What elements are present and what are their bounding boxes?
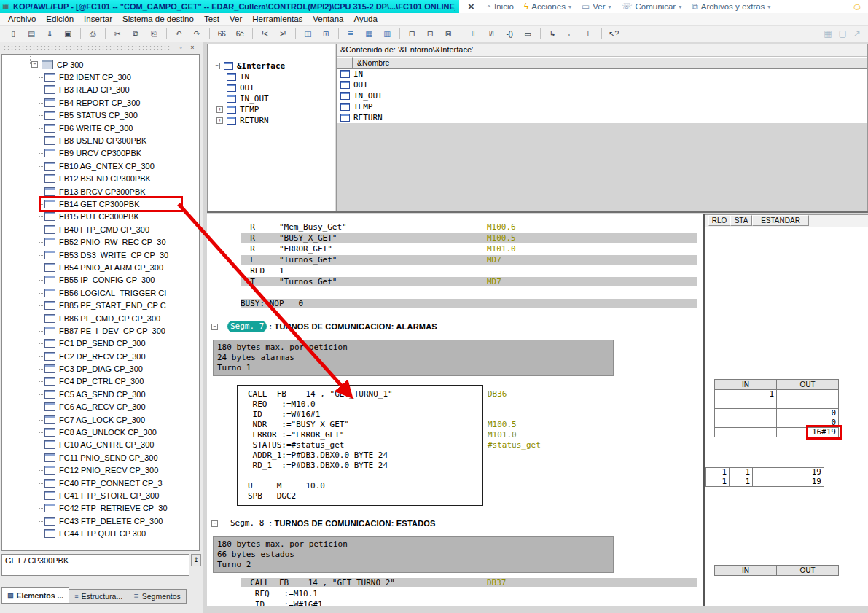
menu-test[interactable]: Test [199, 13, 224, 25]
dock-icon[interactable]: ▫ [176, 43, 185, 52]
tree-item-fc7[interactable]: FC7 AG_LOCK CP_300 [2, 413, 199, 426]
code-line[interactable]: RD_1 :=P#DB3.DBX0.0 BYTE 24 [248, 461, 482, 471]
undo-icon[interactable]: ↶ [170, 27, 187, 40]
empty-box-icon[interactable]: ▭ [519, 27, 536, 40]
tree-item-fb52[interactable]: FB52 PNIO_RW_REC CP_30 [2, 235, 199, 248]
remote-close-icon[interactable]: × [468, 0, 474, 13]
segment-header[interactable]: −Segm. 8 : TURNOS DE COMUNICACION: ESTAD… [211, 518, 703, 529]
content-row-in[interactable]: IN [337, 69, 867, 79]
tree-item-cp-300[interactable]: −CP 300 [2, 58, 199, 71]
window-layout-2-icon[interactable]: ⊞ [317, 27, 335, 40]
tree-item-fb4[interactable]: FB4 REPORT CP_300 [2, 96, 199, 109]
session-start[interactable]: ◔Inicio [486, 1, 514, 12]
symbol-information-icon[interactable]: 6é [231, 27, 249, 40]
tree-item-fc43[interactable]: FC43 FTP_DELETE CP_300 [2, 515, 199, 527]
copy-icon[interactable]: ⧉ [127, 27, 144, 40]
menu-herramientas[interactable]: Herramientas [247, 13, 308, 25]
close-panel-icon[interactable]: × [188, 43, 197, 52]
network-overview-icon[interactable]: ≣ [342, 27, 359, 40]
content-row-temp[interactable]: TEMP [337, 101, 867, 112]
name-column-header[interactable]: &Nombre [353, 57, 867, 69]
tab-elementos[interactable]: ▤Elementos ... [1, 587, 69, 604]
stl-code-editor[interactable]: R "Mem_Busy_Get"M100.6 R "BUSY_X_GET"M10… [207, 214, 705, 606]
call-block[interactable]: CALL FB 14 , "GET_TURNO_1"DB36 REQ :=M10… [237, 385, 483, 506]
tree-item-fb2[interactable]: FB2 IDENT CP_300 [2, 71, 199, 83]
interface-tree[interactable]: −&InterfaceINOUTIN_OUT+TEMP+RETURN [207, 44, 335, 211]
tree-item-fb5[interactable]: FB5 STATUS CP_300 [2, 109, 199, 122]
download-to-plc-icon[interactable]: ⇓ [41, 27, 58, 40]
code-line[interactable]: L "Turnos_Get"MD7 [207, 254, 703, 265]
tree-item-fb86[interactable]: FB86 PE_CMD_CP CP_300 [2, 312, 199, 324]
tree-item-fc8[interactable]: FC8 AG_UNLOCK CP_300 [2, 426, 199, 438]
tab-segmentos[interactable]: ≣Segmentos [128, 589, 187, 604]
menu-archivo[interactable]: Archivo [3, 13, 41, 25]
tree-item-fb85[interactable]: FB85 PE_START_END_CP C [2, 299, 199, 311]
segment-header[interactable]: −Segm. 7 : TURNOS DE COMUNICACION: ALARM… [211, 321, 703, 332]
network-table-icon[interactable]: ▥ [378, 27, 396, 40]
code-line[interactable]: R "Mem_Busy_Get"M100.6 [207, 222, 703, 233]
expand-icon[interactable]: + [216, 106, 223, 113]
code-line[interactable]: ADDR_1:=P#DB3.DBX0.0 BYTE 24 [248, 450, 482, 461]
interface-item-in-out[interactable]: IN_OUT [208, 93, 335, 104]
code-line[interactable]: NDR :="BUSY_X_GET"M100.5 [248, 420, 482, 430]
tree-item-fb10[interactable]: FB10 AG_CNTEX CP_300 [2, 160, 199, 172]
tree-item-fc44[interactable]: FC44 FTP QUIT CP 300 [2, 527, 199, 539]
code-line[interactable]: ID :=W#16#1 [207, 599, 703, 606]
collapse-icon[interactable]: − [31, 61, 38, 68]
monitor-blocks-1-icon[interactable]: ⊟ [403, 27, 421, 40]
menu-edici-n[interactable]: Edición [41, 13, 79, 25]
menu-ventana[interactable]: Ventana [308, 13, 348, 25]
insert-network-icon[interactable]: ⊦ [580, 27, 598, 40]
code-line[interactable]: CALL FB 14 , "GET_TURNO_2"DB37 [207, 577, 703, 588]
window-layout-1-icon[interactable]: ◫ [299, 27, 316, 40]
goto-previous-error-icon[interactable]: !< [256, 27, 273, 40]
tree-item-fc42[interactable]: FC42 FTP_RETRIEVE CP_30 [2, 502, 199, 515]
open-icon[interactable]: ▤ [23, 27, 40, 40]
content-row-return[interactable]: RETURN [337, 112, 867, 123]
interface-item-interface[interactable]: −&Interface [208, 60, 335, 71]
tree-item-fb55[interactable]: FB55 IP_CONFIG CP_300 [2, 274, 199, 286]
code-line[interactable]: BUSY: NOP 0 [207, 298, 703, 309]
tree-item-fb54[interactable]: FB54 PNIO_ALARM CP_300 [2, 261, 199, 273]
tree-item-fb8[interactable]: FB8 USEND CP300PBK [2, 134, 199, 147]
print-icon[interactable]: ⎙ [84, 27, 101, 40]
apply-selection-button[interactable]: ↥ [191, 554, 201, 566]
interface-item-in[interactable]: IN [208, 71, 335, 82]
code-line[interactable]: SPB DGC2 [248, 491, 482, 501]
tree-item-fb15[interactable]: FB15 PUT CP300PBK [2, 211, 199, 223]
tree-item-fb87[interactable]: FB87 PE_I_DEV_CP CP_300 [2, 324, 199, 337]
panel-drag-handle[interactable] [3, 45, 171, 51]
tree-item-fc10[interactable]: FC10 AG_CNTRL CP_300 [2, 439, 199, 451]
monitor-blocks-2-icon[interactable]: ⊡ [421, 27, 439, 40]
tree-item-fb12[interactable]: FB12 BSEND CP300PBK [2, 173, 199, 185]
tree-item-fc40[interactable]: FC40 FTP_CONNECT CP_3 [2, 477, 199, 489]
tree-item-fc1[interactable]: FC1 DP_SEND CP_300 [2, 337, 199, 350]
communicate-menu[interactable]: ☏Comunicar▾ [622, 1, 682, 12]
overlay-window-icon[interactable]: ▢ [839, 28, 847, 39]
content-row-out[interactable]: OUT [337, 79, 867, 90]
menu-insertar[interactable]: Insertar [79, 13, 117, 25]
tree-item-fc4[interactable]: FC4 DP_CTRL CP_300 [2, 375, 199, 388]
tree-item-fc2[interactable]: FC2 DP_RECV CP_300 [2, 350, 199, 362]
tree-item-fc11[interactable]: FC11 PNIO_SEND CP_300 [2, 451, 199, 464]
code-line[interactable]: CALL FB 14 , "GET_TURNO_1"DB36 [248, 389, 482, 399]
tab-estructura[interactable]: ≡Estructura... [69, 589, 128, 604]
symbolic-representation-icon[interactable]: 66 [213, 27, 230, 40]
interface-item-return[interactable]: +RETURN [208, 115, 335, 126]
code-line[interactable]: T "Turnos_Get"MD7 [207, 276, 703, 287]
files-extras-menu[interactable]: ⧉Archivos y extras▾ [692, 1, 770, 12]
tree-item-fc41[interactable]: FC41 FTP_STORE CP_300 [2, 489, 199, 501]
code-line[interactable]: REQ :=M10.0 [248, 399, 482, 410]
coil-icon[interactable]: -() [501, 27, 518, 40]
code-line[interactable]: R "ERROR_GET"M101.0 [207, 243, 703, 254]
expand-icon[interactable]: + [216, 117, 223, 124]
code-line[interactable]: U M 10.0 [248, 481, 482, 491]
tree-item-fb6[interactable]: FB6 WRITE CP_300 [2, 122, 199, 134]
code-line[interactable]: RLD 1 [207, 265, 703, 276]
tree-item-fc12[interactable]: FC12 PNIO_RECV CP_300 [2, 464, 199, 477]
interface-item-out[interactable]: OUT [208, 82, 335, 93]
close-branch-icon[interactable]: ⌐ [562, 27, 579, 40]
view-menu[interactable]: ▭Ver▾ [582, 1, 611, 12]
open-branch-icon[interactable]: ↳ [544, 27, 561, 40]
interface-item-temp[interactable]: +TEMP [208, 104, 335, 115]
